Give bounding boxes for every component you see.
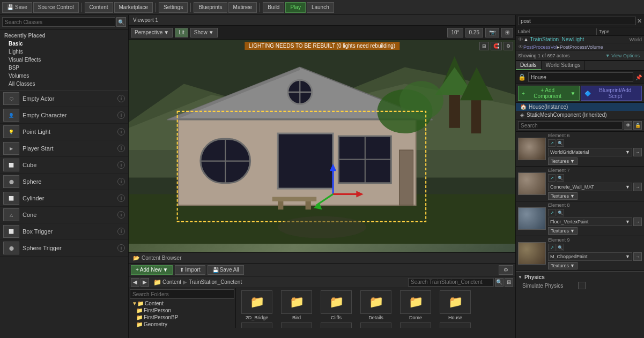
cb-folder-mountain[interactable]: 📁Mountain <box>317 322 355 328</box>
cb-folder-bird[interactable]: 📁Bird <box>278 290 315 320</box>
cb-folder-2d-bridge[interactable]: 📁2D_Bridge <box>238 290 276 320</box>
cb-folder-meshes[interactable]: 📁Meshes <box>278 322 315 328</box>
element9-browse-button[interactable]: ↗ <box>548 244 556 251</box>
launch-button[interactable]: Launch <box>307 2 334 13</box>
static-mesh-component[interactable]: ◈ StaticMeshComponent (Inherited) <box>516 111 644 119</box>
placement-info-3[interactable]: i <box>117 145 125 152</box>
details-lock-button[interactable]: 🔒 <box>633 121 642 130</box>
build-button[interactable]: Build <box>263 2 284 13</box>
blueprints-button[interactable]: Blueprints <box>194 2 227 13</box>
element9-search-button[interactable]: 🔍 <box>557 244 564 251</box>
element6-search-button[interactable]: 🔍 <box>557 139 564 147</box>
cb-folder-materials[interactable]: 📁Materials <box>238 322 276 328</box>
import-button[interactable]: ⬆ Import <box>175 265 205 275</box>
basic-category[interactable]: Basic <box>0 40 128 48</box>
element9-material-dropdown[interactable]: M_ChoppedPaint ▼ <box>548 252 632 261</box>
placement-info-0[interactable]: i <box>117 95 125 102</box>
save-button[interactable]: 💾 Save <box>2 2 32 13</box>
viewport-image[interactable]: LIGHTING NEEDS TO BE REBUILT (0 lights n… <box>129 40 515 252</box>
element7-browse-button[interactable]: ↗ <box>548 174 556 182</box>
wo-row-trainstation[interactable]: 👁 ▲ TrainStation_NewLight World <box>516 36 644 43</box>
cb-folder-particals[interactable]: 📁Particals <box>357 322 395 328</box>
tree-item-content[interactable]: ▼📁 Content <box>130 300 234 307</box>
type-column-header[interactable]: Type <box>599 29 642 34</box>
element7-textures-btn[interactable]: Textures ▼ <box>548 192 578 200</box>
settings-button[interactable]: Settings <box>159 2 188 13</box>
add-new-button[interactable]: + Add New ▼ <box>131 265 173 275</box>
placement-item-box-trigger[interactable]: ⬜ Box Trigger i <box>0 223 128 240</box>
cb-options-button[interactable]: ⊞ <box>505 278 513 287</box>
placement-info-4[interactable]: i <box>117 161 125 169</box>
actor-name-input[interactable] <box>528 72 633 82</box>
element8-search-button[interactable]: 🔍 <box>557 209 564 216</box>
element7-right-arrow[interactable]: → <box>633 183 642 191</box>
placement-item-empty-character[interactable]: 👤 Empty Character i <box>0 107 128 124</box>
content-button[interactable]: Content <box>85 2 113 13</box>
lights-category[interactable]: Lights <box>0 48 128 56</box>
lit-button[interactable]: Lit <box>175 28 188 37</box>
element8-textures-btn[interactable]: Textures ▼ <box>548 227 578 235</box>
placement-info-7[interactable]: i <box>117 211 125 219</box>
blueprint-button[interactable]: 🔷 Blueprint/Add Script <box>581 86 642 101</box>
element6-material-dropdown[interactable]: WorldGridMaterial ▼ <box>548 148 632 156</box>
search-classes-input[interactable] <box>2 17 115 27</box>
source-control-button[interactable]: Source Control <box>33 2 79 13</box>
breadcrumb-content[interactable]: Content <box>162 279 181 285</box>
placement-item-sphere-trigger[interactable]: ⬤ Sphere Trigger i <box>0 240 128 257</box>
cb-folder-test-meshes[interactable]: 📁Test_Meshes <box>436 322 474 328</box>
cb-search-input[interactable] <box>408 278 494 287</box>
element6-right-arrow[interactable]: → <box>633 148 642 156</box>
placement-item-cylinder[interactable]: ⬜ Cylinder i <box>0 190 128 207</box>
folder-search-input[interactable] <box>130 289 234 299</box>
grid-size-display[interactable]: 10° <box>447 28 463 37</box>
element8-browse-button[interactable]: ↗ <box>548 209 556 216</box>
house-instance-component[interactable]: 🏠 House(Instance) <box>516 103 644 111</box>
grid-toggle[interactable]: ⊞ <box>479 42 489 50</box>
details-eye-button[interactable]: 👁 <box>624 121 632 130</box>
placement-item-empty-actor[interactable]: ⬡ Empty Actor i <box>0 91 128 107</box>
snap-toggle[interactable]: 🧲 <box>491 42 502 50</box>
physics-section-header[interactable]: ▼ Physics <box>518 273 642 281</box>
bsp-category[interactable]: BSP <box>0 64 128 72</box>
cb-folder-dome[interactable]: 📁Dome <box>397 290 434 320</box>
close-icon-search[interactable]: ✕ <box>637 18 642 25</box>
details-tab[interactable]: Details <box>516 61 542 70</box>
wo-row-postprocess[interactable]: 👁 PostProcessVol▸PostProcessVolume <box>516 43 644 51</box>
breadcrumb-trainstation[interactable]: TrainStation_Conctent <box>189 279 242 285</box>
perspective-button[interactable]: Perspective ▼ <box>131 28 173 37</box>
element6-browse-button[interactable]: ↗ <box>548 139 556 147</box>
placement-item-sphere[interactable]: ⬤ Sphere i <box>0 174 128 190</box>
placement-info-6[interactable]: i <box>117 194 125 202</box>
element7-material-dropdown[interactable]: Concrete_Wall_MAT ▼ <box>548 183 632 191</box>
world-settings-tab[interactable]: World Settings <box>542 61 586 70</box>
placement-item-cube[interactable]: ⬜ Cube i <box>0 157 128 174</box>
maximize-button[interactable]: ⊞ <box>501 28 513 37</box>
show-button[interactable]: Show ▼ <box>190 28 218 37</box>
volumes-category[interactable]: Volumes <box>0 72 128 80</box>
cb-folder-details[interactable]: 📁Details <box>357 290 395 320</box>
tree-item-geometry[interactable]: 📁 Geometry <box>130 321 234 328</box>
placement-item-point-light[interactable]: 💡 Point Light i <box>0 124 128 140</box>
details-search-input[interactable] <box>518 121 623 130</box>
cb-folder-cliffs[interactable]: 📁Cliffs <box>317 290 355 320</box>
placement-info-9[interactable]: i <box>117 244 125 252</box>
placement-item-cone[interactable]: △ Cone i <box>0 207 128 223</box>
cb-settings-button[interactable]: ⚙ <box>499 265 513 275</box>
element9-right-arrow[interactable]: → <box>633 252 642 261</box>
marketplace-button[interactable]: Marketplace <box>114 2 153 13</box>
placement-info-8[interactable]: i <box>117 228 125 235</box>
save-all-button[interactable]: 💾 Save All <box>208 265 244 275</box>
view-options-button[interactable]: ▼ View Options <box>603 53 642 58</box>
all-classes-category[interactable]: All Classes <box>0 80 128 88</box>
placement-info-2[interactable]: i <box>117 128 125 136</box>
search-classes-button[interactable]: 🔍 <box>116 17 126 27</box>
nav-back-button[interactable]: ◀ <box>131 278 139 287</box>
element6-textures-btn[interactable]: Textures ▼ <box>548 157 578 165</box>
add-component-button[interactable]: + + Add Component ▼ <box>518 86 580 101</box>
tree-item-firstperson[interactable]: 📁 FirstPerson <box>130 307 234 314</box>
visual-effects-category[interactable]: Visual Effects <box>0 56 128 64</box>
placement-info-5[interactable]: i <box>117 178 125 185</box>
play-button[interactable]: Play <box>285 2 305 13</box>
world-search-input[interactable] <box>518 17 636 25</box>
element8-material-dropdown[interactable]: Floor_VertexPaint ▼ <box>548 217 632 226</box>
